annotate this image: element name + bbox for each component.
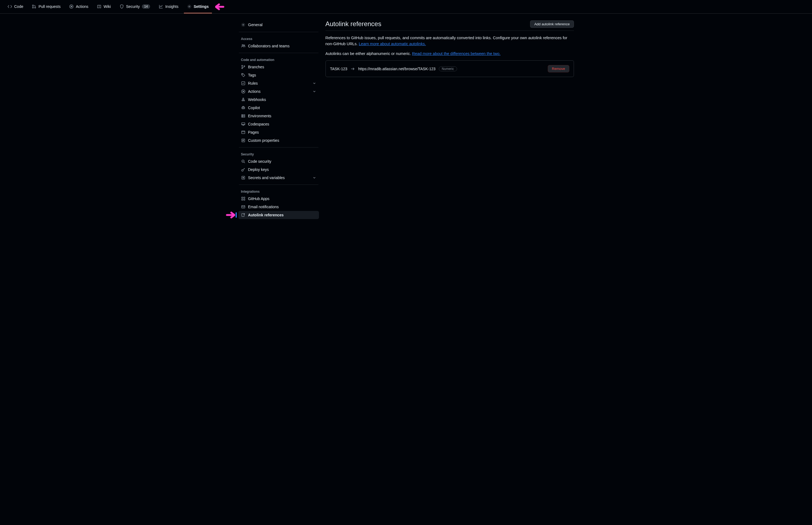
sidebar-item-label: Rules xyxy=(248,81,258,86)
sidebar-item-autolink-references[interactable]: Autolink references xyxy=(238,211,319,219)
sidebar-item-rules[interactable]: Rules xyxy=(238,79,319,87)
tab-insights[interactable]: Insights xyxy=(156,0,182,13)
copilot-icon xyxy=(241,106,245,110)
svg-rect-31 xyxy=(244,197,245,198)
key-icon xyxy=(241,167,245,172)
svg-point-28 xyxy=(242,169,243,171)
svg-rect-30 xyxy=(242,197,243,198)
security-count-badge: 14 xyxy=(142,4,150,9)
tab-label: Settings xyxy=(194,4,209,9)
sidebar-item-label: Deploy keys xyxy=(248,167,269,172)
tab-settings[interactable]: Settings xyxy=(184,0,212,13)
settings-sidebar: General Access Collaborators and teams C… xyxy=(238,20,319,219)
cross-reference-icon xyxy=(241,213,245,217)
page-title: Autolink references xyxy=(325,20,381,28)
svg-point-10 xyxy=(244,65,245,67)
svg-point-22 xyxy=(242,115,242,115)
svg-point-8 xyxy=(242,65,243,66)
svg-point-7 xyxy=(244,45,245,46)
main-content: Autolink references Add autolink referen… xyxy=(325,20,574,219)
sidebar-item-environments[interactable]: Environments xyxy=(238,112,319,120)
tab-label: Insights xyxy=(165,4,178,9)
divider xyxy=(239,32,318,32)
book-icon xyxy=(97,4,101,9)
tab-label: Security xyxy=(126,4,140,9)
arrow-right-icon xyxy=(351,67,355,71)
codespaces-icon xyxy=(241,122,245,126)
divider xyxy=(239,53,318,53)
sidebar-item-branches[interactable]: Branches xyxy=(238,63,319,71)
sidebar-item-label: General xyxy=(248,22,263,27)
page-container: General Access Collaborators and teams C… xyxy=(232,14,580,226)
sidebar-item-label: Tags xyxy=(248,73,256,77)
git-pull-request-icon xyxy=(32,4,36,9)
sidebar-item-label: Copilot xyxy=(248,106,260,110)
rules-icon xyxy=(241,81,245,86)
chevron-down-icon xyxy=(313,176,316,180)
sidebar-item-label: Code security xyxy=(248,159,272,164)
tab-pull-requests[interactable]: Pull requests xyxy=(29,0,64,13)
svg-point-6 xyxy=(242,45,243,46)
sidebar-item-secrets[interactable]: Secrets and variables xyxy=(238,174,319,182)
sidebar-item-custom-properties[interactable]: Custom properties xyxy=(238,136,319,145)
svg-point-18 xyxy=(243,108,243,108)
sidebar-item-github-apps[interactable]: GitHub Apps xyxy=(238,195,319,203)
tab-wiki[interactable]: Wiki xyxy=(94,0,114,13)
play-icon xyxy=(241,89,245,94)
sidebar-item-copilot[interactable]: Copilot xyxy=(238,104,319,112)
svg-point-19 xyxy=(244,108,244,108)
tab-label: Wiki xyxy=(103,4,111,9)
sidebar-item-general[interactable]: General xyxy=(238,20,319,29)
sidebar-item-deploy-keys[interactable]: Deploy keys xyxy=(238,165,319,174)
sidebar-item-label: Collaborators and teams xyxy=(248,44,290,48)
remove-autolink-button[interactable]: Remove xyxy=(548,65,569,72)
sidebar-item-label: Actions xyxy=(248,89,261,94)
svg-rect-17 xyxy=(242,107,245,109)
code-icon xyxy=(8,4,12,9)
svg-point-2 xyxy=(34,7,36,8)
codescan-icon xyxy=(241,159,245,164)
sidebar-item-actions[interactable]: Actions xyxy=(238,87,319,95)
webhook-icon xyxy=(241,97,245,102)
learn-more-link[interactable]: Learn more about automatic autolinks. xyxy=(359,42,426,46)
sidebar-item-email-notifications[interactable]: Email notifications xyxy=(238,203,319,211)
svg-point-0 xyxy=(32,5,33,6)
chevron-down-icon xyxy=(313,90,316,93)
svg-rect-25 xyxy=(242,131,245,134)
sidebar-group-code: Code and automation xyxy=(238,56,319,63)
shield-icon xyxy=(119,4,124,9)
svg-point-11 xyxy=(242,74,243,75)
divider xyxy=(239,184,318,185)
graph-icon xyxy=(159,4,163,9)
sidebar-item-pages[interactable]: Pages xyxy=(238,128,319,136)
sidebar-item-label: GitHub Apps xyxy=(248,196,270,201)
autolink-type-chip: Numeric xyxy=(439,66,457,71)
svg-point-14 xyxy=(242,100,243,101)
add-autolink-reference-button[interactable]: Add autolink reference xyxy=(530,20,574,28)
sidebar-item-code-security[interactable]: Code security xyxy=(238,157,319,165)
sidebar-group-access: Access xyxy=(238,35,319,42)
tag-icon xyxy=(241,73,245,77)
sidebar-item-codespaces[interactable]: Codespaces xyxy=(238,120,319,128)
server-icon xyxy=(241,114,245,118)
tab-label: Pull requests xyxy=(39,4,60,9)
autolink-prefix: TASK-123 xyxy=(330,67,348,71)
repo-nav: Code Pull requests Actions Wiki Security… xyxy=(0,0,812,14)
sidebar-item-label: Branches xyxy=(248,65,264,69)
sidebar-item-collaborators[interactable]: Collaborators and teams xyxy=(238,42,319,50)
divider xyxy=(239,147,318,148)
annotation-arrow-icon xyxy=(223,211,235,219)
sidebar-item-tags[interactable]: Tags xyxy=(238,71,319,79)
intro-paragraph-1: References to GitHub issues, pull reques… xyxy=(325,35,574,47)
tab-security[interactable]: Security 14 xyxy=(116,0,153,13)
key-asterisk-icon xyxy=(241,176,245,180)
read-more-link[interactable]: Read more about the differences between … xyxy=(412,51,501,56)
tab-actions[interactable]: Actions xyxy=(66,0,91,13)
mail-icon xyxy=(241,205,245,209)
svg-point-15 xyxy=(244,100,245,101)
svg-rect-33 xyxy=(244,199,245,200)
svg-point-16 xyxy=(243,98,244,99)
sidebar-item-webhooks[interactable]: Webhooks xyxy=(238,95,319,104)
svg-point-9 xyxy=(242,68,243,69)
tab-code[interactable]: Code xyxy=(4,0,26,13)
